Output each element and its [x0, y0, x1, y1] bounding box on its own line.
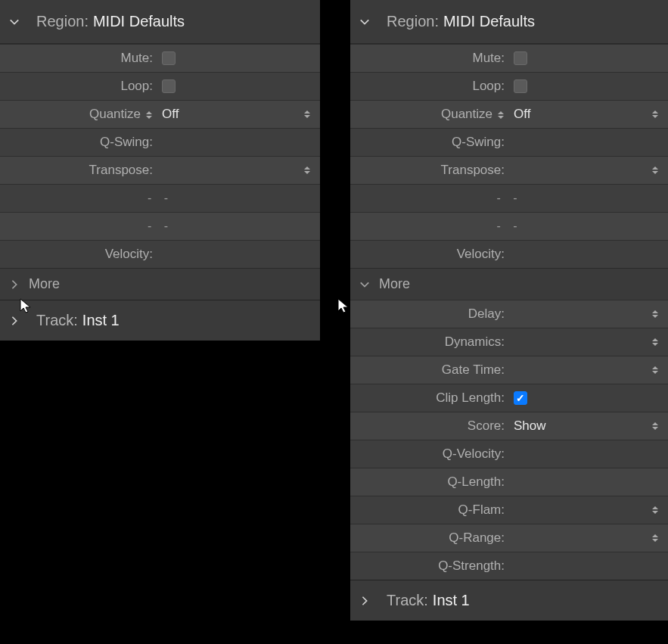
qswing-label: Q-Swing:	[350, 135, 508, 150]
track-value: Inst 1	[82, 312, 120, 329]
velocity-label: Velocity:	[350, 247, 508, 262]
dash-value: - -	[350, 191, 668, 205]
cursor-icon	[337, 297, 352, 314]
transpose-label: Transpose:	[0, 163, 156, 178]
more-label: More	[379, 276, 410, 292]
updown-icon[interactable]	[651, 504, 659, 516]
track-label: Track:	[36, 312, 78, 329]
mute-checkbox[interactable]	[162, 51, 176, 65]
score-row[interactable]: Score: Show	[350, 412, 668, 440]
mute-checkbox[interactable]	[514, 51, 527, 65]
updown-icon[interactable]	[651, 108, 659, 120]
updown-icon[interactable]	[303, 108, 311, 120]
mute-label: Mute:	[350, 51, 508, 66]
velocity-label: Velocity:	[0, 247, 156, 262]
updown-icon[interactable]	[651, 308, 659, 320]
mute-label: Mute:	[0, 51, 156, 66]
dash-row-1: - -	[0, 184, 320, 212]
dash-value: - -	[350, 219, 668, 233]
loop-row: Loop:	[350, 72, 668, 100]
chevron-down-icon[interactable]	[359, 17, 370, 27]
chevron-right-icon	[9, 316, 20, 326]
loop-label: Loop:	[0, 79, 156, 94]
dash-row-1: - -	[350, 184, 668, 212]
region-header-value: MIDI Defaults	[93, 13, 185, 30]
updown-icon[interactable]	[651, 164, 659, 176]
dash-value: - -	[0, 219, 320, 233]
more-toggle[interactable]: More	[350, 268, 668, 300]
qrange-row[interactable]: Q-Range:	[350, 524, 668, 552]
chevron-right-icon	[359, 596, 370, 606]
velocity-row[interactable]: Velocity:	[350, 240, 668, 268]
delay-label: Delay:	[350, 306, 508, 322]
qswing-row[interactable]: Q-Swing:	[350, 128, 668, 156]
qstrength-row[interactable]: Q-Strength:	[350, 552, 668, 580]
transpose-row[interactable]: Transpose:	[350, 156, 668, 184]
clip-length-label: Clip Length:	[350, 390, 508, 406]
loop-row: Loop:	[0, 72, 320, 100]
mute-row: Mute:	[0, 44, 320, 72]
chevron-down-icon[interactable]	[9, 17, 20, 27]
track-value: Inst 1	[433, 592, 470, 609]
region-header-label: Region:	[387, 13, 439, 30]
qswing-row[interactable]: Q-Swing:	[0, 128, 320, 156]
qrange-label: Q-Range:	[350, 530, 508, 546]
chevron-right-icon	[9, 279, 20, 290]
updown-icon[interactable]	[651, 336, 659, 348]
region-header[interactable]: Region: MIDI Defaults	[350, 0, 668, 44]
clip-length-checkbox[interactable]	[514, 391, 527, 405]
loop-checkbox[interactable]	[162, 79, 176, 93]
region-header-label: Region:	[36, 13, 89, 30]
more-label: More	[29, 276, 60, 292]
loop-checkbox[interactable]	[514, 79, 527, 93]
dynamics-label: Dynamics:	[350, 334, 508, 350]
updown-icon[interactable]	[651, 532, 659, 544]
region-header[interactable]: Region: MIDI Defaults	[0, 0, 320, 44]
track-header[interactable]: Track: Inst 1	[350, 580, 668, 621]
updown-icon[interactable]	[651, 364, 659, 376]
qstrength-label: Q-Strength:	[350, 558, 508, 574]
qlength-row[interactable]: Q-Length:	[350, 468, 668, 496]
updown-icon[interactable]	[651, 420, 659, 432]
transpose-label: Transpose:	[350, 163, 508, 178]
qvelocity-label: Q-Velocity:	[350, 446, 508, 462]
dash-value: - -	[0, 191, 320, 205]
track-header[interactable]: Track: Inst 1	[0, 300, 320, 341]
chevron-down-icon	[359, 279, 370, 290]
quantize-value: Off	[514, 107, 530, 122]
more-toggle[interactable]: More	[0, 268, 320, 300]
delay-row[interactable]: Delay:	[350, 300, 668, 328]
qvelocity-row[interactable]: Q-Velocity:	[350, 440, 668, 468]
quantize-label: Quantize	[350, 107, 508, 122]
quantize-label: Quantize	[0, 107, 156, 122]
updown-icon	[145, 109, 153, 121]
mute-row: Mute:	[350, 44, 668, 72]
inspector-panel-collapsed: Region: MIDI Defaults Mute: Loop: Quanti…	[0, 0, 320, 341]
dash-row-2: - -	[350, 212, 668, 240]
qlength-label: Q-Length:	[350, 474, 508, 490]
quantize-row[interactable]: Quantize Off	[350, 100, 668, 128]
inspector-panel-expanded: Region: MIDI Defaults Mute: Loop: Quanti…	[350, 0, 668, 621]
gate-time-label: Gate Time:	[350, 362, 508, 378]
qswing-label: Q-Swing:	[0, 135, 156, 150]
updown-icon[interactable]	[303, 164, 311, 176]
score-value: Show	[514, 418, 546, 434]
clip-length-row: Clip Length:	[350, 384, 668, 412]
transpose-row[interactable]: Transpose:	[0, 156, 320, 184]
region-header-value: MIDI Defaults	[443, 13, 535, 30]
gate-time-row[interactable]: Gate Time:	[350, 356, 668, 384]
dash-row-2: - -	[0, 212, 320, 240]
qflam-row[interactable]: Q-Flam:	[350, 496, 668, 524]
qflam-label: Q-Flam:	[350, 502, 508, 518]
track-label: Track:	[387, 592, 428, 609]
velocity-row[interactable]: Velocity:	[0, 240, 320, 268]
quantize-value: Off	[162, 107, 179, 122]
loop-label: Loop:	[350, 79, 508, 94]
score-label: Score:	[350, 418, 508, 434]
quantize-row[interactable]: Quantize Off	[0, 100, 320, 128]
updown-icon	[497, 109, 505, 121]
dynamics-row[interactable]: Dynamics:	[350, 328, 668, 356]
